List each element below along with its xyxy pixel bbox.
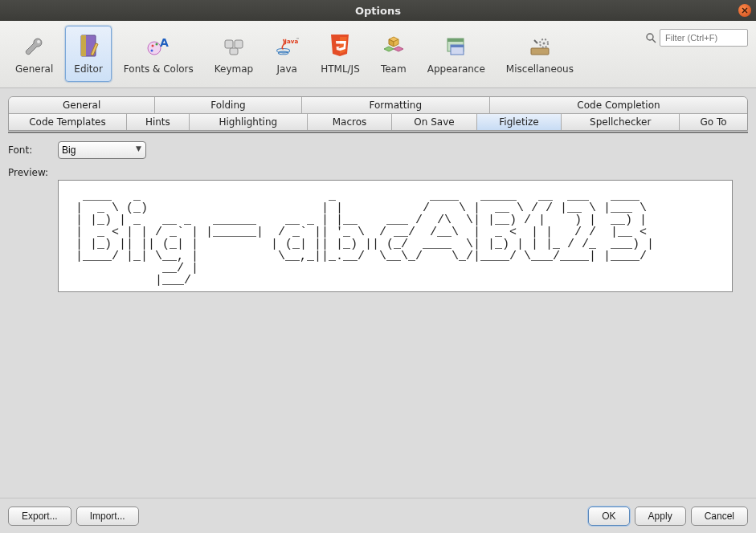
category-java[interactable]: Java™ Java	[265, 26, 309, 82]
svg-point-0	[37, 40, 40, 43]
font-label: Font:	[8, 144, 58, 156]
svg-point-6	[151, 50, 153, 52]
category-label: HTML/JS	[321, 63, 360, 75]
ascii-preview: ____ _ _ ____ _____ __ ___ ____ | _ \ (_…	[68, 190, 722, 287]
category-label: Fonts & Colors	[124, 63, 194, 75]
close-button[interactable]	[738, 4, 751, 17]
tab-spellchecker[interactable]: Spellchecker	[562, 114, 680, 130]
wrench-icon	[22, 30, 47, 62]
category-label: Appearance	[427, 63, 485, 75]
preview-label: Preview:	[8, 165, 58, 178]
tab-code-completion[interactable]: Code Completion	[490, 97, 747, 114]
category-editor[interactable]: Editor	[65, 26, 112, 82]
tab-highlighting[interactable]: Highlighting	[190, 114, 308, 130]
category-fonts-colors[interactable]: A Fonts & Colors	[115, 26, 202, 82]
svg-rect-18	[451, 45, 464, 47]
palette-icon: A	[145, 30, 171, 62]
svg-point-4	[152, 45, 154, 47]
svg-rect-16	[447, 39, 464, 42]
tab-figletize[interactable]: Figletize	[477, 114, 562, 130]
export-button[interactable]: Export...	[8, 507, 72, 526]
dialog-footer: Export... Import... OK Apply Cancel	[0, 498, 756, 533]
filter-input[interactable]	[660, 29, 748, 47]
apply-button[interactable]: Apply	[635, 507, 686, 526]
svg-rect-9	[235, 40, 243, 48]
svg-rect-19	[531, 48, 549, 55]
tab-formatting[interactable]: Formatting	[302, 97, 490, 114]
category-label: Java	[277, 63, 297, 75]
pencil-icon	[76, 30, 101, 62]
java-icon: Java™	[274, 30, 300, 62]
editor-tabs: General Folding Formatting Code Completi…	[8, 96, 748, 131]
tab-general[interactable]: General	[9, 97, 155, 114]
tab-code-templates[interactable]: Code Templates	[9, 114, 127, 130]
cancel-button[interactable]: Cancel	[691, 507, 748, 526]
category-miscellaneous[interactable]: Miscellaneous	[497, 26, 582, 82]
category-general[interactable]: General	[6, 26, 62, 82]
titlebar: Options	[0, 0, 756, 21]
svg-rect-2	[81, 35, 86, 56]
svg-text:A: A	[160, 36, 169, 49]
ok-button[interactable]: OK	[588, 507, 629, 526]
tab-macros[interactable]: Macros	[308, 114, 393, 130]
category-label: Editor	[74, 63, 103, 75]
category-keymap[interactable]: Keymap	[206, 26, 262, 82]
category-label: General	[15, 63, 53, 75]
category-appearance[interactable]: Appearance	[419, 26, 494, 82]
svg-point-22	[647, 34, 653, 40]
category-label: Keymap	[215, 63, 253, 75]
svg-point-21	[542, 43, 545, 45]
keyboard-icon	[221, 30, 247, 62]
import-button[interactable]: Import...	[76, 507, 139, 526]
svg-text:™: ™	[296, 37, 300, 42]
svg-point-5	[156, 43, 158, 46]
category-toolbar: General Editor A Fonts & Colors Keymap J…	[0, 21, 756, 88]
tab-go-to[interactable]: Go To	[680, 114, 747, 130]
cubes-icon	[381, 30, 407, 62]
window-icon	[443, 30, 469, 62]
tab-on-save[interactable]: On Save	[392, 114, 477, 130]
figletize-panel: Font: Big Preview: ____ _ _ ____ _____ _…	[8, 133, 748, 292]
preview-box: ____ _ _ ____ _____ __ ___ ____ | _ \ (_…	[58, 180, 733, 292]
content-area: General Folding Formatting Code Completi…	[0, 88, 756, 498]
tab-hints[interactable]: Hints	[127, 114, 190, 130]
font-select[interactable]: Big	[58, 141, 146, 159]
window-title: Options	[355, 5, 401, 17]
category-htmljs[interactable]: HTML/JS	[312, 26, 369, 82]
svg-rect-8	[225, 40, 233, 48]
filter-search	[645, 29, 748, 47]
svg-rect-10	[230, 48, 238, 55]
category-label: Team	[381, 63, 407, 75]
tools-icon	[527, 30, 553, 62]
category-team[interactable]: Team	[372, 26, 415, 82]
category-label: Miscellaneous	[506, 63, 574, 75]
html5-icon	[327, 30, 353, 62]
tab-folding[interactable]: Folding	[155, 97, 301, 114]
search-icon	[645, 32, 656, 43]
svg-point-3	[148, 42, 161, 55]
